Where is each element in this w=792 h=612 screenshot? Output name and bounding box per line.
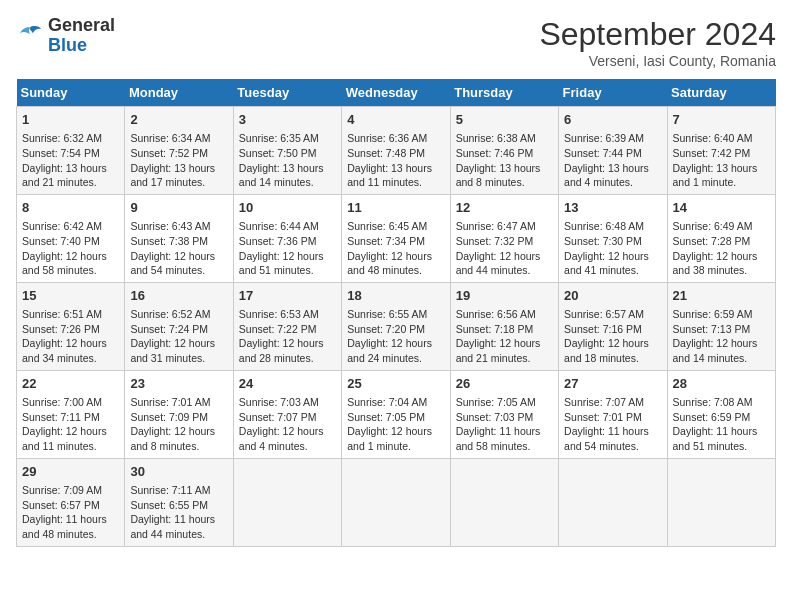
day-number: 5 bbox=[456, 111, 553, 129]
day-number: 19 bbox=[456, 287, 553, 305]
day-info: Sunrise: 6:40 AM Sunset: 7:42 PM Dayligh… bbox=[673, 131, 770, 190]
day-number: 11 bbox=[347, 199, 444, 217]
calendar-cell bbox=[342, 458, 450, 546]
calendar-cell: 10Sunrise: 6:44 AM Sunset: 7:36 PM Dayli… bbox=[233, 194, 341, 282]
calendar-cell: 4Sunrise: 6:36 AM Sunset: 7:48 PM Daylig… bbox=[342, 107, 450, 195]
calendar-cell: 9Sunrise: 6:43 AM Sunset: 7:38 PM Daylig… bbox=[125, 194, 233, 282]
day-info: Sunrise: 6:57 AM Sunset: 7:16 PM Dayligh… bbox=[564, 307, 661, 366]
calendar-cell: 19Sunrise: 6:56 AM Sunset: 7:18 PM Dayli… bbox=[450, 282, 558, 370]
day-number: 4 bbox=[347, 111, 444, 129]
calendar-cell bbox=[233, 458, 341, 546]
calendar-cell: 3Sunrise: 6:35 AM Sunset: 7:50 PM Daylig… bbox=[233, 107, 341, 195]
calendar-cell: 1Sunrise: 6:32 AM Sunset: 7:54 PM Daylig… bbox=[17, 107, 125, 195]
day-info: Sunrise: 6:51 AM Sunset: 7:26 PM Dayligh… bbox=[22, 307, 119, 366]
day-number: 20 bbox=[564, 287, 661, 305]
day-number: 8 bbox=[22, 199, 119, 217]
day-number: 29 bbox=[22, 463, 119, 481]
day-info: Sunrise: 7:11 AM Sunset: 6:55 PM Dayligh… bbox=[130, 483, 227, 542]
calendar-cell bbox=[559, 458, 667, 546]
day-number: 25 bbox=[347, 375, 444, 393]
day-number: 28 bbox=[673, 375, 770, 393]
calendar-cell: 2Sunrise: 6:34 AM Sunset: 7:52 PM Daylig… bbox=[125, 107, 233, 195]
day-number: 18 bbox=[347, 287, 444, 305]
day-info: Sunrise: 6:44 AM Sunset: 7:36 PM Dayligh… bbox=[239, 219, 336, 278]
calendar-cell: 13Sunrise: 6:48 AM Sunset: 7:30 PM Dayli… bbox=[559, 194, 667, 282]
logo: General Blue bbox=[16, 16, 115, 56]
day-info: Sunrise: 7:03 AM Sunset: 7:07 PM Dayligh… bbox=[239, 395, 336, 454]
weekday-header-tuesday: Tuesday bbox=[233, 79, 341, 107]
day-number: 22 bbox=[22, 375, 119, 393]
calendar-cell: 22Sunrise: 7:00 AM Sunset: 7:11 PM Dayli… bbox=[17, 370, 125, 458]
calendar-cell: 6Sunrise: 6:39 AM Sunset: 7:44 PM Daylig… bbox=[559, 107, 667, 195]
calendar-cell bbox=[450, 458, 558, 546]
day-info: Sunrise: 7:04 AM Sunset: 7:05 PM Dayligh… bbox=[347, 395, 444, 454]
day-number: 16 bbox=[130, 287, 227, 305]
logo-text: General Blue bbox=[48, 16, 115, 56]
day-number: 10 bbox=[239, 199, 336, 217]
calendar-cell: 26Sunrise: 7:05 AM Sunset: 7:03 PM Dayli… bbox=[450, 370, 558, 458]
day-number: 2 bbox=[130, 111, 227, 129]
calendar-cell: 21Sunrise: 6:59 AM Sunset: 7:13 PM Dayli… bbox=[667, 282, 775, 370]
calendar-cell: 11Sunrise: 6:45 AM Sunset: 7:34 PM Dayli… bbox=[342, 194, 450, 282]
day-info: Sunrise: 6:56 AM Sunset: 7:18 PM Dayligh… bbox=[456, 307, 553, 366]
day-info: Sunrise: 6:39 AM Sunset: 7:44 PM Dayligh… bbox=[564, 131, 661, 190]
calendar-header: SundayMondayTuesdayWednesdayThursdayFrid… bbox=[17, 79, 776, 107]
day-info: Sunrise: 6:55 AM Sunset: 7:20 PM Dayligh… bbox=[347, 307, 444, 366]
day-info: Sunrise: 7:08 AM Sunset: 6:59 PM Dayligh… bbox=[673, 395, 770, 454]
calendar-cell: 7Sunrise: 6:40 AM Sunset: 7:42 PM Daylig… bbox=[667, 107, 775, 195]
day-info: Sunrise: 6:36 AM Sunset: 7:48 PM Dayligh… bbox=[347, 131, 444, 190]
day-number: 7 bbox=[673, 111, 770, 129]
day-number: 6 bbox=[564, 111, 661, 129]
day-number: 14 bbox=[673, 199, 770, 217]
day-number: 30 bbox=[130, 463, 227, 481]
day-info: Sunrise: 6:47 AM Sunset: 7:32 PM Dayligh… bbox=[456, 219, 553, 278]
day-number: 3 bbox=[239, 111, 336, 129]
calendar-cell: 23Sunrise: 7:01 AM Sunset: 7:09 PM Dayli… bbox=[125, 370, 233, 458]
title-block: September 2024 Verseni, Iasi County, Rom… bbox=[539, 16, 776, 69]
calendar-table: SundayMondayTuesdayWednesdayThursdayFrid… bbox=[16, 79, 776, 547]
calendar-week-row: 1Sunrise: 6:32 AM Sunset: 7:54 PM Daylig… bbox=[17, 107, 776, 195]
weekday-header-saturday: Saturday bbox=[667, 79, 775, 107]
day-number: 23 bbox=[130, 375, 227, 393]
calendar-cell: 5Sunrise: 6:38 AM Sunset: 7:46 PM Daylig… bbox=[450, 107, 558, 195]
day-number: 13 bbox=[564, 199, 661, 217]
day-info: Sunrise: 6:53 AM Sunset: 7:22 PM Dayligh… bbox=[239, 307, 336, 366]
day-info: Sunrise: 6:32 AM Sunset: 7:54 PM Dayligh… bbox=[22, 131, 119, 190]
calendar-cell: 17Sunrise: 6:53 AM Sunset: 7:22 PM Dayli… bbox=[233, 282, 341, 370]
calendar-cell: 16Sunrise: 6:52 AM Sunset: 7:24 PM Dayli… bbox=[125, 282, 233, 370]
calendar-cell: 28Sunrise: 7:08 AM Sunset: 6:59 PM Dayli… bbox=[667, 370, 775, 458]
day-info: Sunrise: 6:38 AM Sunset: 7:46 PM Dayligh… bbox=[456, 131, 553, 190]
calendar-cell: 27Sunrise: 7:07 AM Sunset: 7:01 PM Dayli… bbox=[559, 370, 667, 458]
calendar-cell bbox=[667, 458, 775, 546]
calendar-week-row: 29Sunrise: 7:09 AM Sunset: 6:57 PM Dayli… bbox=[17, 458, 776, 546]
day-number: 24 bbox=[239, 375, 336, 393]
day-info: Sunrise: 6:49 AM Sunset: 7:28 PM Dayligh… bbox=[673, 219, 770, 278]
day-number: 9 bbox=[130, 199, 227, 217]
day-info: Sunrise: 6:45 AM Sunset: 7:34 PM Dayligh… bbox=[347, 219, 444, 278]
day-number: 21 bbox=[673, 287, 770, 305]
day-number: 15 bbox=[22, 287, 119, 305]
calendar-cell: 12Sunrise: 6:47 AM Sunset: 7:32 PM Dayli… bbox=[450, 194, 558, 282]
weekday-header-monday: Monday bbox=[125, 79, 233, 107]
calendar-cell: 20Sunrise: 6:57 AM Sunset: 7:16 PM Dayli… bbox=[559, 282, 667, 370]
weekday-header-row: SundayMondayTuesdayWednesdayThursdayFrid… bbox=[17, 79, 776, 107]
calendar-cell: 15Sunrise: 6:51 AM Sunset: 7:26 PM Dayli… bbox=[17, 282, 125, 370]
day-info: Sunrise: 6:52 AM Sunset: 7:24 PM Dayligh… bbox=[130, 307, 227, 366]
weekday-header-friday: Friday bbox=[559, 79, 667, 107]
calendar-cell: 29Sunrise: 7:09 AM Sunset: 6:57 PM Dayli… bbox=[17, 458, 125, 546]
day-info: Sunrise: 7:00 AM Sunset: 7:11 PM Dayligh… bbox=[22, 395, 119, 454]
day-number: 1 bbox=[22, 111, 119, 129]
location-subtitle: Verseni, Iasi County, Romania bbox=[539, 53, 776, 69]
calendar-week-row: 15Sunrise: 6:51 AM Sunset: 7:26 PM Dayli… bbox=[17, 282, 776, 370]
weekday-header-thursday: Thursday bbox=[450, 79, 558, 107]
weekday-header-sunday: Sunday bbox=[17, 79, 125, 107]
day-info: Sunrise: 6:35 AM Sunset: 7:50 PM Dayligh… bbox=[239, 131, 336, 190]
calendar-week-row: 22Sunrise: 7:00 AM Sunset: 7:11 PM Dayli… bbox=[17, 370, 776, 458]
day-info: Sunrise: 7:01 AM Sunset: 7:09 PM Dayligh… bbox=[130, 395, 227, 454]
calendar-cell: 24Sunrise: 7:03 AM Sunset: 7:07 PM Dayli… bbox=[233, 370, 341, 458]
day-info: Sunrise: 6:43 AM Sunset: 7:38 PM Dayligh… bbox=[130, 219, 227, 278]
day-info: Sunrise: 6:48 AM Sunset: 7:30 PM Dayligh… bbox=[564, 219, 661, 278]
day-info: Sunrise: 7:09 AM Sunset: 6:57 PM Dayligh… bbox=[22, 483, 119, 542]
calendar-body: 1Sunrise: 6:32 AM Sunset: 7:54 PM Daylig… bbox=[17, 107, 776, 547]
day-info: Sunrise: 6:34 AM Sunset: 7:52 PM Dayligh… bbox=[130, 131, 227, 190]
